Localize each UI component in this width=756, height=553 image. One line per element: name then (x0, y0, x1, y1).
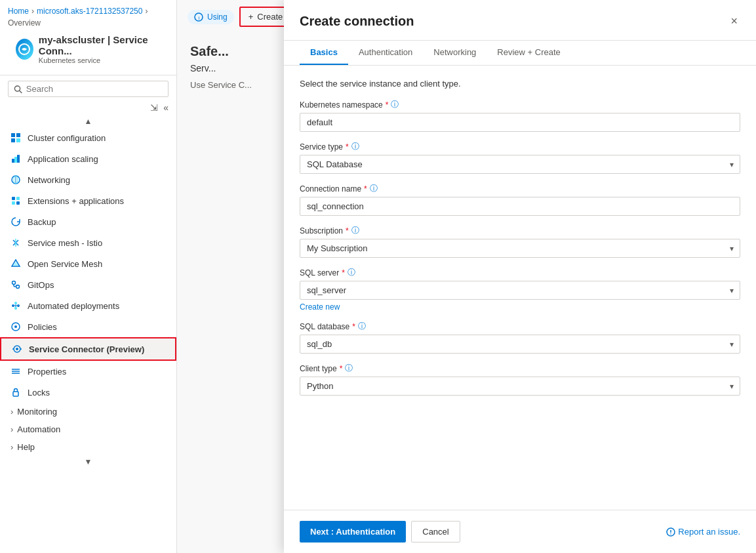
sql-server-label: SQL server * ⓘ (300, 267, 740, 278)
panel-title: Create connection (300, 14, 414, 29)
sidebar-item-extensions[interactable]: Extensions + applications (0, 190, 176, 211)
plus-icon: + (249, 12, 254, 22)
field-k8s-namespace: Kubernetes namespace * ⓘ (300, 99, 740, 132)
search-input[interactable] (26, 84, 163, 94)
service-icon (16, 39, 33, 60)
field-subscription: Subscription * ⓘ My Subscription ▾ (300, 225, 740, 258)
svg-point-27 (14, 302, 17, 304)
lock-icon (10, 387, 21, 398)
create-btn-label: Create (257, 12, 283, 22)
sidebar-item-policies[interactable]: Policies (0, 316, 176, 337)
subscription-info-icon[interactable]: ⓘ (351, 225, 359, 236)
connection-name-input[interactable] (300, 197, 740, 216)
collapse-icon[interactable]: « (163, 102, 169, 113)
main-area: i Using + Create Safe... Serv... Use Ser… (177, 0, 756, 553)
service-type-info-icon[interactable]: ⓘ (351, 141, 359, 152)
subscription-select[interactable]: My Subscription (300, 239, 740, 258)
sql-server-info-icon[interactable]: ⓘ (348, 267, 355, 278)
sidebar-item-label: Locks (28, 388, 50, 398)
nav-group-help[interactable]: › Help (0, 438, 176, 456)
svg-rect-16 (16, 201, 20, 205)
nav-group-monitoring[interactable]: › Monitoring (0, 403, 176, 420)
field-service-type: Service type * ⓘ SQL Database Storage Ac… (300, 141, 740, 174)
panel-close-button[interactable]: × (728, 12, 740, 31)
sidebar-item-label: Cluster configuration (28, 133, 106, 143)
svg-point-34 (16, 348, 18, 350)
field-sql-server: SQL server * ⓘ sql_server ▾ Create new (300, 267, 740, 312)
gitops-icon (10, 279, 21, 290)
svg-rect-9 (17, 155, 20, 163)
deploy-icon (10, 300, 21, 311)
k8s-namespace-label: Kubernetes namespace * ⓘ (300, 99, 740, 110)
tab-networking[interactable]: Networking (423, 41, 487, 65)
nav-group-label: Automation (17, 424, 60, 434)
field-sql-database: SQL database * ⓘ sql_db ▾ (300, 321, 740, 354)
sidebar-item-automated-deployments[interactable]: Automated deployments (0, 295, 176, 316)
svg-point-45 (671, 533, 672, 535)
sidebar-header: Home › microsoft.aks-1721132537250 › Ove… (0, 0, 176, 75)
sidebar-item-app-scaling[interactable]: Application scaling (0, 148, 176, 169)
backup-icon (10, 216, 21, 227)
sql-server-select[interactable]: sql_server (300, 281, 740, 300)
client-type-select[interactable]: Python Java Node.js .NET None (300, 377, 740, 396)
using-badge: i Using (188, 10, 234, 24)
panel-footer: Next : Authentication Cancel Report an i… (284, 510, 756, 553)
client-type-info-icon[interactable]: ⓘ (345, 363, 353, 374)
report-issue-link[interactable]: Report an issue. (666, 527, 740, 537)
sql-database-select-wrap: sql_db ▾ (300, 335, 740, 354)
nav-group-automation[interactable]: › Automation (0, 420, 176, 438)
k8s-namespace-info-icon[interactable]: ⓘ (391, 99, 399, 110)
sidebar-item-label: Backup (28, 217, 56, 227)
sql-database-label: SQL database * ⓘ (300, 321, 740, 332)
sql-database-select[interactable]: sql_db (300, 335, 740, 354)
sidebar-item-networking[interactable]: Networking (0, 169, 176, 190)
connection-name-info-icon[interactable]: ⓘ (370, 183, 378, 194)
sidebar-item-gitops[interactable]: GitOps (0, 274, 176, 295)
chevron-right-icon: › (10, 407, 13, 417)
cancel-button[interactable]: Cancel (411, 521, 460, 543)
svg-rect-4 (16, 133, 20, 137)
service-type-select[interactable]: SQL Database Storage Account Cosmos DB R… (300, 155, 740, 174)
sidebar-item-service-mesh[interactable]: Service mesh - Istio (0, 232, 176, 253)
panel-header: Create connection × (284, 0, 756, 41)
svg-rect-5 (11, 138, 15, 142)
svg-rect-15 (12, 201, 15, 205)
field-connection-name: Connection name * ⓘ (300, 183, 740, 216)
service-title: my-akscluster | Service Conn... (39, 34, 161, 56)
breadcrumb-resource[interactable]: microsoft.aks-1721132537250 (37, 7, 142, 16)
svg-rect-13 (12, 197, 15, 200)
nav-list: ▲ Cluster configuration Application scal… (0, 115, 176, 553)
tab-authentication[interactable]: Authentication (348, 41, 423, 65)
chevron-right-icon: › (10, 442, 13, 452)
props-icon (10, 366, 21, 377)
sidebar-item-locks[interactable]: Locks (0, 382, 176, 403)
next-button[interactable]: Next : Authentication (300, 521, 406, 543)
expand-icon[interactable]: ⇲ (150, 102, 158, 113)
k8s-namespace-input[interactable] (300, 113, 740, 132)
tab-basics[interactable]: Basics (300, 41, 348, 65)
svg-point-25 (12, 304, 14, 307)
svg-text:i: i (199, 14, 200, 20)
service-type-label: Service type * ⓘ (300, 141, 740, 152)
sidebar-item-properties[interactable]: Properties (0, 361, 176, 382)
required-indicator: * (340, 364, 343, 373)
connector-icon (12, 344, 22, 354)
sidebar-item-open-service-mesh[interactable]: Open Service Mesh (0, 253, 176, 274)
svg-point-32 (14, 325, 17, 328)
panel-description: Select the service instance and client t… (300, 79, 740, 89)
service-header: my-akscluster | Service Conn... Kubernet… (8, 28, 169, 68)
service-info: my-akscluster | Service Conn... Kubernet… (39, 34, 161, 64)
search-input-wrap[interactable] (8, 81, 169, 97)
tab-review-create[interactable]: Review + Create (487, 41, 570, 65)
scale-icon (10, 154, 21, 164)
sidebar-item-cluster-config[interactable]: Cluster configuration (0, 127, 176, 148)
search-icon (14, 85, 22, 94)
sql-database-info-icon[interactable]: ⓘ (358, 321, 366, 332)
create-new-link[interactable]: Create new (300, 302, 340, 312)
field-client-type: Client type * ⓘ Python Java Node.js .NET… (300, 363, 740, 396)
sidebar-item-backup[interactable]: Backup (0, 211, 176, 232)
panel-footer-actions: Next : Authentication Cancel (300, 521, 460, 543)
scroll-up-indicator: ▲ (0, 115, 176, 127)
sidebar-item-service-connector[interactable]: Service Connector (Preview) (0, 337, 176, 361)
breadcrumb-home[interactable]: Home (8, 7, 29, 16)
